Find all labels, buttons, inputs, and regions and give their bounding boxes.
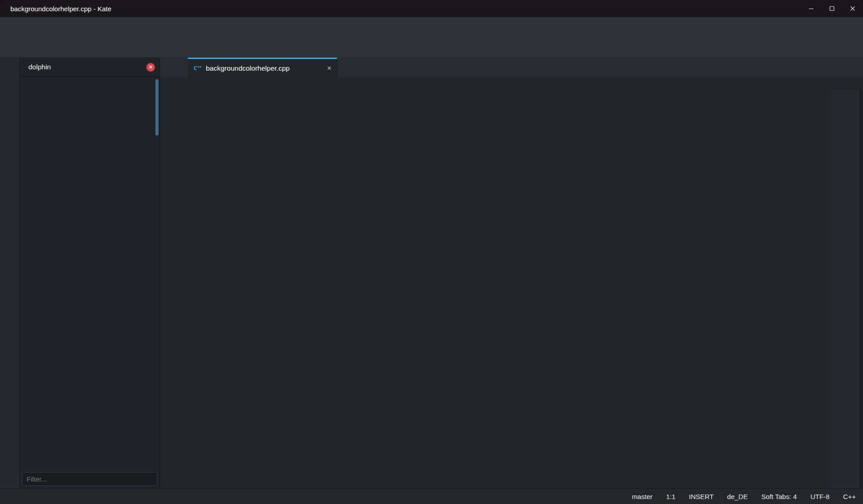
cpp-file-icon: C++ <box>193 64 201 72</box>
main-area: dolphin ✕ C++ backgroundcolorhelper.cpp … <box>0 58 863 488</box>
status-bar: master 1:1 INSERT de_DE Soft Tabs: 4 UTF… <box>0 488 863 504</box>
tab-bar: C++ backgroundcolorhelper.cpp × <box>160 58 863 77</box>
tool-sidebar <box>0 58 20 488</box>
code-area <box>160 90 863 488</box>
tab-label: backgroundcolorhelper.cpp <box>206 64 290 72</box>
toolbar <box>0 34 863 58</box>
tab-mode[interactable]: Soft Tabs: 4 <box>761 493 797 500</box>
editor-column: C++ backgroundcolorhelper.cpp × <box>160 58 863 488</box>
syntax-mode[interactable]: C++ <box>843 493 856 500</box>
editor-right-edge <box>859 90 863 488</box>
cursor-position[interactable]: 1:1 <box>666 493 676 500</box>
nav-back-button[interactable] <box>160 58 174 77</box>
tab-backgroundcolorhelper[interactable]: C++ backgroundcolorhelper.cpp × <box>188 58 337 77</box>
input-mode[interactable]: INSERT <box>689 493 714 500</box>
nav-forward-button[interactable] <box>174 58 188 77</box>
window-title: backgroundcolorhelper.cpp - Kate <box>10 5 111 13</box>
project-panel-header: dolphin ✕ <box>20 58 159 77</box>
project-panel: dolphin ✕ <box>20 58 160 488</box>
breadcrumb <box>160 77 863 90</box>
project-selector[interactable]: dolphin <box>28 63 51 71</box>
code-editor[interactable] <box>160 90 831 488</box>
project-file-tree <box>20 77 159 488</box>
close-button[interactable] <box>842 0 863 17</box>
titlebar: backgroundcolorhelper.cpp - Kate <box>0 0 863 17</box>
maximize-button[interactable] <box>822 0 842 17</box>
git-branch[interactable]: master <box>629 493 653 500</box>
window-controls <box>801 0 863 17</box>
dictionary[interactable]: de_DE <box>727 493 748 500</box>
minimize-button[interactable] <box>801 0 822 17</box>
tree-scrollbar[interactable] <box>155 79 159 135</box>
status-info: master 1:1 INSERT de_DE Soft Tabs: 4 UTF… <box>629 493 856 500</box>
encoding[interactable]: UTF-8 <box>810 493 830 500</box>
close-project-button[interactable]: ✕ <box>146 63 155 72</box>
tab-close-icon[interactable]: × <box>327 64 332 72</box>
filter-input[interactable] <box>22 472 157 486</box>
kate-window: backgroundcolorhelper.cpp - Kate dolphin… <box>0 0 863 504</box>
minimap-scrollbar[interactable] <box>831 90 859 488</box>
menubar <box>0 17 863 34</box>
